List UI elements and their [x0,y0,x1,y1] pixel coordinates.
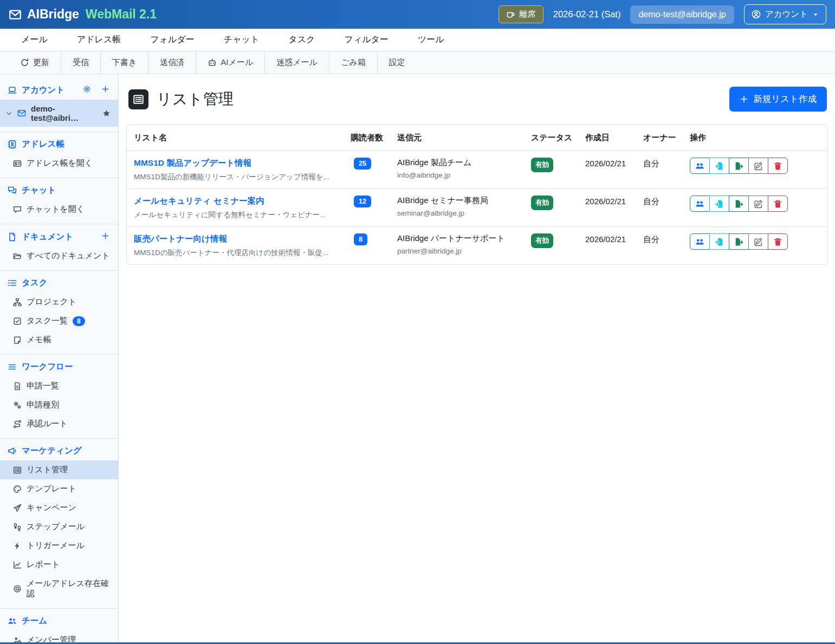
task-list-icon [8,278,17,288]
toolbar-button-AIメール[interactable]: AIメール [196,51,265,74]
team-icon [8,616,17,626]
sidebar-item-メンバー管理[interactable]: メンバー管理 [0,630,118,642]
sidebar-item-キャンペーン[interactable]: キャンペーン [0,498,118,517]
toolbar-button-送信済[interactable]: 送信済 [148,51,196,74]
sidebar-item-demo-test@aibri…[interactable]: demo-test@aibri… [0,100,118,127]
delete-action-button[interactable] [768,196,788,212]
sidebar-item-チャットを開く[interactable]: チャットを開く [0,200,118,219]
delete-action-button[interactable] [768,233,788,250]
nav-tab-タスク[interactable]: タスク [281,29,322,51]
sidebar-section-header-タスク: タスク [0,274,118,292]
toolbar-button-設定[interactable]: 設定 [378,51,417,74]
nav-tab-フォルダー[interactable]: フォルダー [143,29,202,51]
footsteps-icon [13,523,22,531]
create-list-button[interactable]: 新規リスト作成 [729,87,827,112]
table-body: MMS1D 製品アップデート情報MMS1D製品の新機能リリース・バージョンアップ… [127,151,827,264]
mail-toolbar: 更新受信下書き送信済AIメール迷惑メールごみ箱設定 [0,51,835,74]
sidebar-section-header-アカウント: アカウント [0,80,118,100]
account-menu-button[interactable]: アカウント [744,4,826,24]
megaphone-icon [8,446,17,456]
document-icon [8,232,17,242]
sidebar-item-申請一覧[interactable]: 申請一覧 [0,376,118,395]
sidebar-item-アドレス帳を開く[interactable]: アドレス帳を開く [0,154,118,173]
nav-tab-ツール[interactable]: ツール [410,29,452,51]
list-name-cell: 販売パートナー向け情報MMS1Dの販売パートナー・代理店向けの技術情報・販促..… [134,233,351,258]
plus-button[interactable] [100,231,111,243]
subscribers-action-button[interactable] [690,196,710,212]
edit-action-button[interactable] [748,196,768,212]
toolbar-button-迷惑メール[interactable]: 迷惑メール [265,51,329,74]
delete-action-button[interactable] [768,158,788,174]
subscriber-count-cell: 8 [351,233,397,245]
toolbar-button-ごみ箱[interactable]: ごみ箱 [329,51,378,74]
nav-tab-メール[interactable]: メール [14,29,55,51]
list-name-link[interactable]: メールセキュリティ セミナー案内 [134,196,264,207]
brand-name: AIBridge [27,7,79,22]
date-display: 2026-02-21 (Sat) [553,9,621,19]
sidebar-item-プロジェクト[interactable]: プロジェクト [0,292,118,311]
comment-icon [13,205,22,214]
sidebar-section: チャットチャットを開く [0,178,118,224]
bolt-icon [13,542,22,550]
plus-button[interactable] [100,84,111,96]
list-name-link[interactable]: 販売パートナー向け情報 [134,233,227,245]
nav-tab-フィルター[interactable]: フィルター [336,29,396,51]
sidebar-item-label: キャンペーン [27,503,76,513]
sidebar-item-タスク一覧[interactable]: タスク一覧8 [0,311,118,330]
brand-version: WebMail 2.1 [86,7,157,22]
sidebar-item-label: メモ帳 [27,335,51,345]
subscribers-action-button[interactable] [690,233,710,250]
list-description: MMS1Dの販売パートナー・代理店向けの技術情報・販促... [134,248,345,258]
at-icon [13,584,22,593]
toolbar-button-label: AIメール [221,57,253,68]
list-name-link[interactable]: MMS1D 製品アップデート情報 [134,158,251,169]
list-name-cell: メールセキュリティ セミナー案内メールセキュリティに関する無料セミナー・ウェビナ… [134,196,351,220]
envelope-icon [17,109,26,118]
import-action-button[interactable] [709,233,729,250]
gear-button[interactable] [82,84,92,96]
sidebar-item-リスト管理[interactable]: リスト管理 [0,460,118,479]
sidebar-item-トリガーメール[interactable]: トリガーメール [0,536,118,555]
laptop-icon [8,86,17,95]
sidebar-item-テンプレート[interactable]: テンプレート [0,479,118,498]
export-action-button[interactable] [729,196,749,212]
count-badge: 8 [73,316,85,326]
list-icon [13,466,22,474]
sidebar-item-申請種別[interactable]: 申請種別 [0,395,118,414]
users-icon [695,199,704,209]
page-title: リスト管理 [157,89,234,109]
sidebar-item-すべてのドキュメント[interactable]: すべてのドキュメント [0,246,118,265]
file-export-icon [734,237,743,246]
note-icon [13,336,22,344]
edit-icon [754,237,763,246]
sidebar-item-label: リスト管理 [27,465,68,475]
sidebar-item-メモ帳[interactable]: メモ帳 [0,330,118,349]
toolbar-button-下書き[interactable]: 下書き [101,51,148,74]
export-action-button[interactable] [729,158,749,174]
actions-cell [690,196,827,212]
list-description: MMS1D製品の新機能リリース・バージョンアップ情報を... [134,172,345,182]
away-status-button[interactable]: 離席 [499,5,543,23]
sidebar-item-ステップメール[interactable]: ステップメール [0,517,118,536]
nav-tab-アドレス帳[interactable]: アドレス帳 [69,29,129,51]
sidebar-item-承認ルート[interactable]: 承認ルート [0,414,118,433]
nav-tab-チャット[interactable]: チャット [216,29,267,51]
import-action-button[interactable] [709,158,729,174]
sidebar-section-header-マーケティング: マーケティング [0,441,118,460]
created-date-cell: 2026/02/21 [585,158,643,168]
edit-action-button[interactable] [748,158,768,174]
edit-action-button[interactable] [748,233,768,250]
file-import-icon [715,199,724,209]
owner-cell: 自分 [643,233,690,245]
toolbar-button-受信[interactable]: 受信 [61,51,101,74]
sender-cell: AIBridge パートナーサポートpartner@aibridge.jp [397,233,531,255]
trash-icon [773,199,782,209]
subscribers-action-button[interactable] [690,158,710,174]
import-action-button[interactable] [709,196,729,212]
edit-icon [754,161,763,171]
sidebar-item-メールアドレス存在確認[interactable]: メールアドレス存在確認 [0,574,118,603]
export-action-button[interactable] [729,233,749,250]
toolbar-button-更新[interactable]: 更新 [9,51,61,74]
sidebar-item-レポート[interactable]: レポート [0,555,118,574]
list-icon [128,89,148,109]
